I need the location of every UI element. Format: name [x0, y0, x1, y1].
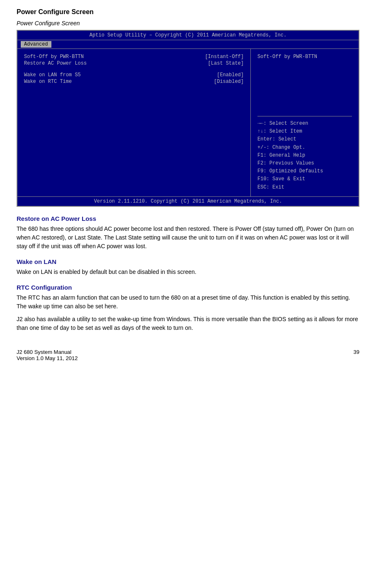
sections-container: Restore on AC Power LossThe 680 has thre… [17, 215, 359, 332]
bios-row-value-3: [Enabled] [217, 72, 244, 78]
bios-tab-row: Advanced [17, 40, 359, 48]
bios-left-panel: Soft-Off by PWR-BTTN[Instant-Off]Restore… [17, 49, 251, 196]
bios-right-title: Soft-Off by PWR-BTTN [257, 54, 352, 60]
section-paragraph-0-0: The 680 has three options should AC powe… [17, 225, 359, 251]
bios-row-value-1: [Last State] [208, 60, 244, 66]
bios-help-line-5: F2: Previous Values [257, 160, 352, 167]
bios-tab-advanced[interactable]: Advanced [21, 41, 51, 48]
bios-row-label-0: Soft-Off by PWR-BTTN [24, 54, 205, 60]
bios-row-4[interactable]: Wake on RTC Time[Disabled] [24, 79, 244, 85]
bios-body: Soft-Off by PWR-BTTN[Instant-Off]Restore… [17, 48, 359, 196]
section-heading-2: RTC Configuration [17, 284, 359, 291]
bios-header: Aptio Setup Utility – Copyright (C) 2011… [17, 31, 359, 40]
bios-help-line-1: ↑↓: Select Item [257, 128, 352, 136]
bios-footer: Version 2.11.1210. Copyright (C) 2011 Am… [17, 196, 359, 206]
page-footer: J2 680 System Manual 39 Version 1.0 May … [17, 349, 359, 361]
section-heading-0: Restore on AC Power Loss [17, 215, 359, 222]
bios-row-3[interactable]: Wake on LAN from S5[Enabled] [24, 72, 244, 78]
bios-row-value-4: [Disabled] [214, 79, 244, 85]
bios-help-line-3: +/-: Change Opt. [257, 144, 352, 152]
bios-right-panel: Soft-Off by PWR-BTTN →←: Select Screen↑↓… [251, 49, 359, 196]
bios-row-spacer-2 [24, 67, 244, 72]
section-paragraph-2-0: The RTC has an alarm function that can b… [17, 293, 359, 311]
footer-version: Version 1.0 May 11, 2012 [17, 355, 359, 361]
bios-row-0[interactable]: Soft-Off by PWR-BTTN[Instant-Off] [24, 54, 244, 60]
section-subtitle: Power Configure Screen [17, 20, 359, 27]
bios-row-1[interactable]: Restore AC Power Loss[Last State] [24, 60, 244, 66]
bios-screen: Aptio Setup Utility – Copyright (C) 2011… [17, 30, 359, 207]
bios-row-label-3: Wake on LAN from S5 [24, 72, 217, 78]
section-paragraph-2-1: J2 also has available a utility to set t… [17, 315, 359, 332]
footer-row: J2 680 System Manual 39 [17, 349, 359, 355]
section-paragraph-1-0: Wake on LAN is enabled by default but ca… [17, 268, 359, 276]
section-heading-1: Wake on LAN [17, 258, 359, 265]
bios-help-line-2: Enter: Select [257, 136, 352, 143]
bios-help-line-0: →←: Select Screen [257, 120, 352, 128]
bios-row-value-0: [Instant-Off] [205, 54, 244, 60]
bios-help-text: →←: Select Screen↑↓: Select ItemEnter: S… [257, 120, 352, 191]
footer-page-number: 39 [354, 349, 359, 355]
bios-help-line-7: F10: Save & Exit [257, 175, 352, 183]
bios-help-line-8: ESC: Exit [257, 184, 352, 191]
bios-help-divider [257, 116, 352, 116]
bios-row-label-4: Wake on RTC Time [24, 79, 214, 85]
bios-help-line-4: F1: General Help [257, 152, 352, 160]
footer-left: J2 680 System Manual [17, 349, 71, 355]
bios-row-label-1: Restore AC Power Loss [24, 60, 208, 66]
page-title: Power Configure Screen [17, 8, 359, 16]
bios-help-line-6: F9: Optimized Defaults [257, 167, 352, 175]
